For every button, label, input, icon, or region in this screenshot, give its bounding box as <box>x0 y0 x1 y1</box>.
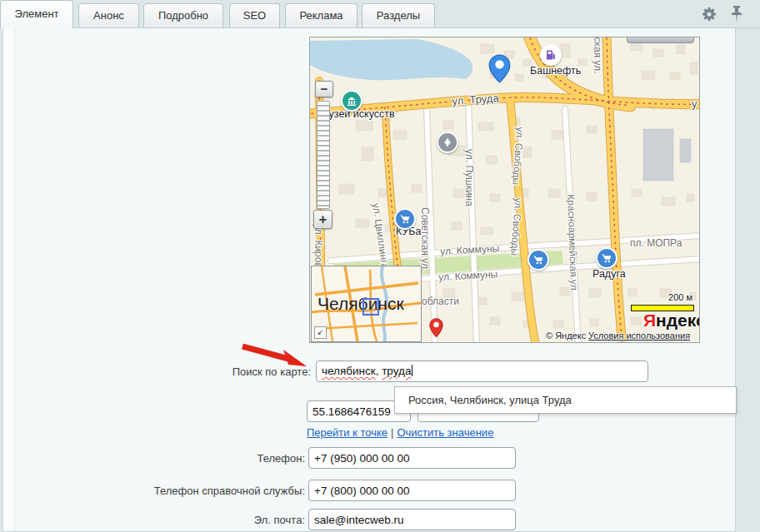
links-separator: | <box>391 426 393 439</box>
fuel-poi-icon <box>540 44 562 66</box>
phone-input[interactable] <box>308 447 516 469</box>
map-street-label: области <box>422 296 459 307</box>
search-suggestion-item[interactable]: Россия, Челябинск, улица Труда <box>395 387 736 413</box>
support-phone-label: Телефон справочной службы: <box>80 485 305 497</box>
tab-seo[interactable]: SEO <box>229 3 280 27</box>
map-search-label: Поиск по карте: <box>86 365 311 378</box>
map-street-label: ул. Пушкина <box>463 149 475 206</box>
goto-point-link[interactable]: Перейти к точке <box>307 426 388 439</box>
map-terms-link[interactable]: Условия использования <box>588 331 690 341</box>
map-street-label: Советская ул. <box>419 207 431 271</box>
search-suggest-dropdown: Россия, Челябинск, улица Труда <box>394 386 737 414</box>
tab-razdely[interactable]: Разделы <box>362 3 435 27</box>
inset-collapse-button[interactable]: ↙ <box>314 326 327 339</box>
phone-label: Телефон: <box>80 452 305 465</box>
email-label: Эл. почта: <box>80 514 305 526</box>
text-caret <box>412 365 412 376</box>
map-zoom-in-button[interactable]: + <box>313 210 332 229</box>
synagogue-poi-icon <box>437 132 458 153</box>
map-scale-label: 200 м <box>648 292 692 302</box>
map-street-label: Башнефть <box>530 65 581 77</box>
map-links-row: Перейти к точке|Очистить значение <box>307 426 493 439</box>
map-street-label: у <box>692 97 698 110</box>
pin-icon[interactable] <box>730 5 743 27</box>
yandex-map[interactable]: ул. ТрудауБашнефтьМузей искусствКУБаРаду… <box>309 37 700 343</box>
inset-viewport-rect[interactable] <box>362 298 379 316</box>
map-street-label: Радуга <box>592 268 626 280</box>
tab-podrobno[interactable]: Подробно <box>143 3 223 27</box>
bitrix-element-edit-page: Элемент Анонс Подробно SEO Реклама Разде… <box>0 0 760 532</box>
yandex-logo[interactable]: Яндекс <box>643 311 700 331</box>
map-search-input[interactable]: челябинск, труда <box>316 360 648 382</box>
cart-poi-icon <box>394 208 416 230</box>
cart-poi-icon <box>596 247 618 269</box>
tabbar-divider <box>0 27 760 28</box>
map-zoom-slider[interactable] <box>317 101 330 209</box>
museum-poi-icon <box>341 90 362 112</box>
tab-anons[interactable]: Анонс <box>78 3 139 27</box>
email-input[interactable] <box>308 509 516 530</box>
settings-gear-icon[interactable] <box>702 7 717 25</box>
clear-value-link[interactable]: Очистить значение <box>397 426 493 439</box>
map-street-label: пл. МОПРа <box>630 237 682 249</box>
map-street-label: Российская ул. <box>592 37 603 74</box>
panel-left-strip <box>3 28 15 531</box>
map-copyright: © Яндекс <box>546 331 586 341</box>
tab-element[interactable]: Элемент <box>0 0 73 28</box>
map-placemark-blue[interactable] <box>488 54 511 87</box>
tab-reklama[interactable]: Реклама <box>285 3 358 27</box>
cart-poi-icon <box>528 249 549 271</box>
support-phone-input[interactable] <box>308 480 516 501</box>
map-panel-drawer-handle[interactable] <box>627 37 694 43</box>
map-street-label: Музей искусств <box>320 108 395 120</box>
inset-city-label: Челябинск <box>318 294 404 314</box>
map-zoom-out-button[interactable]: − <box>315 81 333 97</box>
map-placemark-red[interactable] <box>429 318 443 341</box>
map-overview-inset[interactable]: Челябинск ↙ <box>311 266 422 342</box>
